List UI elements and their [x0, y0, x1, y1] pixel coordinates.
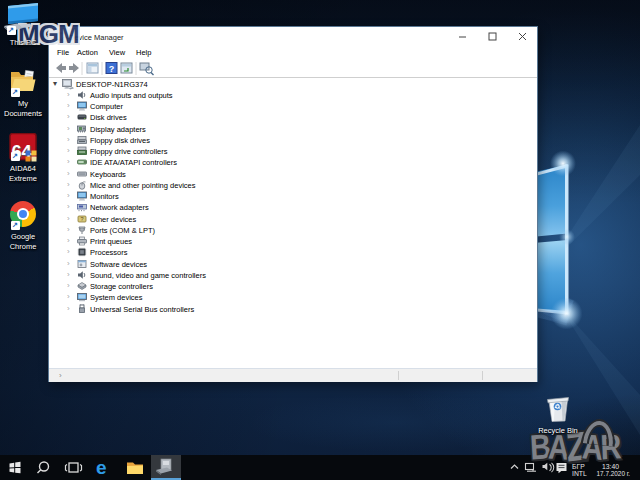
- svg-text:INTL: INTL: [572, 470, 587, 477]
- svg-text:?: ?: [80, 216, 83, 222]
- svg-text:e: e: [96, 457, 107, 478]
- svg-text:17.7.2020 г.: 17.7.2020 г.: [597, 470, 631, 477]
- svg-text:?: ?: [109, 64, 115, 74]
